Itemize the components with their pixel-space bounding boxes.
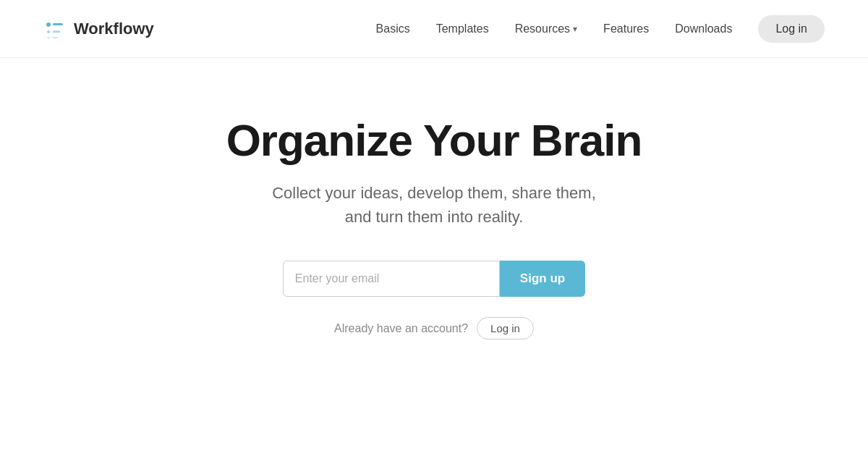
- email-input[interactable]: [283, 261, 500, 297]
- nav-resources[interactable]: Resources ▾: [515, 22, 577, 35]
- svg-point-0: [46, 22, 51, 27]
- logo-text: Workflowy: [74, 20, 154, 38]
- logo-link[interactable]: Workflowy: [43, 17, 154, 41]
- nav-features[interactable]: Features: [603, 22, 649, 35]
- svg-point-4: [48, 36, 50, 38]
- header-login-button[interactable]: Log in: [758, 15, 825, 43]
- hero-subtitle-line1: Collect your ideas, develop them, share …: [272, 184, 596, 202]
- main-nav: Basics Templates Resources ▾ Features Do…: [376, 15, 825, 43]
- svg-rect-1: [53, 23, 63, 25]
- already-account-text: Already have an account?: [334, 322, 468, 335]
- svg-rect-5: [53, 37, 58, 38]
- header: Workflowy Basics Templates Resources ▾ F…: [0, 0, 868, 58]
- chevron-down-icon: ▾: [573, 24, 577, 34]
- hero-subtitle-line2: and turn them into reality.: [345, 208, 524, 226]
- signup-button[interactable]: Sign up: [500, 261, 585, 297]
- signup-form: Sign up: [283, 261, 585, 297]
- svg-point-2: [47, 30, 50, 33]
- workflowy-logo-icon: [43, 17, 67, 41]
- nav-basics[interactable]: Basics: [376, 22, 410, 35]
- already-login-button[interactable]: Log in: [477, 317, 534, 340]
- svg-rect-3: [53, 30, 60, 33]
- hero-title: Organize Your Brain: [226, 116, 642, 165]
- hero-section: Organize Your Brain Collect your ideas, …: [0, 58, 868, 340]
- already-account-area: Already have an account? Log in: [334, 317, 534, 340]
- nav-downloads[interactable]: Downloads: [675, 22, 732, 35]
- hero-subtitle: Collect your ideas, develop them, share …: [272, 181, 596, 229]
- nav-templates[interactable]: Templates: [436, 22, 489, 35]
